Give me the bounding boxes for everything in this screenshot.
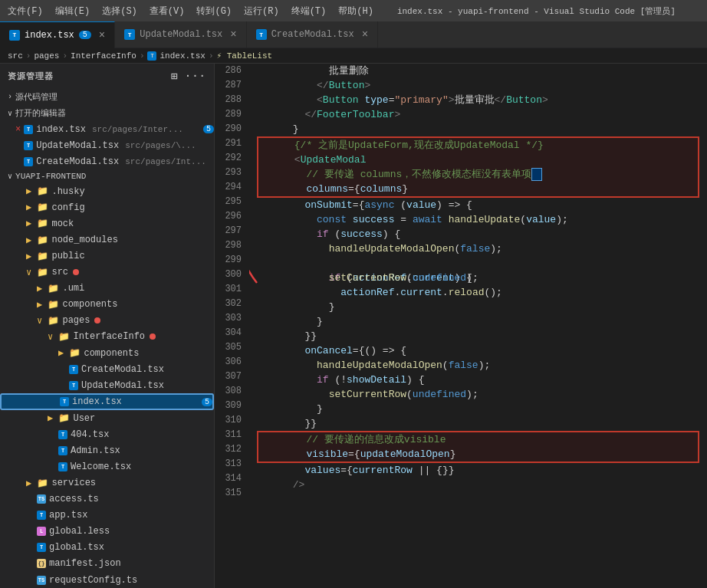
ts-icon-access: TS (37, 494, 46, 504)
tab-index[interactable]: T index.tsx 5 × (0, 21, 115, 48)
menu-select[interactable]: 选择(S) (102, 5, 137, 18)
highlight-region-1: {/* 之前是UpdateForm,现在改成UpdateModal */} <U… (257, 136, 699, 198)
tab-createmodal[interactable]: T CreateModal.tsx × (247, 21, 378, 48)
open-file-update-label: UpdateModal.tsx (36, 140, 119, 151)
breadcrumb-file[interactable]: index.tsx (159, 51, 205, 61)
menu-edit[interactable]: 编辑(E) (55, 5, 90, 18)
open-editors-section[interactable]: ∨ 打开的编辑器 (0, 105, 214, 121)
tab-updatemodal-label: UpdateModal.tsx (140, 29, 222, 40)
tree-mock[interactable]: ▶ 📁 mock (0, 215, 214, 232)
code-lines: 批量删除 </Button> <Button type="primary">批量… (249, 64, 707, 507)
sidebar-actions[interactable]: ⊞ ··· (171, 70, 206, 83)
tree-manifest-label: manifest.json (49, 558, 121, 569)
tree-global-less[interactable]: L global.less (0, 524, 214, 540)
open-file-index[interactable]: × T index.tsx src/pages/Inter... 5 (0, 121, 214, 137)
tree-umi[interactable]: ▶ 📁 .umi (0, 281, 214, 297)
tree-access[interactable]: TS access.ts (0, 491, 214, 508)
tree-requestconfig[interactable]: TS requestConfig.ts (0, 572, 214, 588)
tree-access-label: access.ts (49, 494, 99, 504)
tree-config-label: config (51, 202, 84, 213)
folder-icon-interface: ∨ 📁 (48, 331, 70, 343)
code-line-286: 批量删除 (257, 64, 707, 78)
tsx-icon-updatemodal: T (69, 381, 78, 390)
main-area: 资源管理器 ⊞ ··· › 源代码管理 ∨ 打开的编辑器 × T index.t… (0, 64, 707, 588)
breadcrumb-pages[interactable]: pages (34, 51, 59, 61)
tree-index[interactable]: T index.tsx 5 (0, 393, 214, 410)
menu-run[interactable]: 运行(R) (244, 5, 279, 18)
tree-updatemodal[interactable]: T UpdateModal.tsx (0, 377, 214, 393)
tree-interfaceinfo-label: InterfaceInfo (73, 331, 145, 342)
tab-updatemodal[interactable]: T UpdateModal.tsx × (115, 21, 246, 48)
tab-close-update[interactable]: × (230, 28, 236, 41)
breadcrumb-src[interactable]: src (8, 51, 23, 61)
tab-bar: T index.tsx 5 × T UpdateModal.tsx × T Cr… (0, 21, 707, 48)
project-section[interactable]: ∨ YUAPI-FRONTEND (0, 169, 214, 183)
breadcrumb-symbol[interactable]: ⚡ TableList (217, 51, 273, 61)
source-control-section[interactable]: › 源代码管理 (0, 89, 214, 105)
ln-307: 307 (215, 370, 242, 384)
line-numbers: 286 287 288 289 290 291 292 293 294 295 … (215, 64, 249, 507)
tree-config[interactable]: ▶ 📁 config (0, 199, 214, 215)
menu-terminal[interactable]: 终端(T) (291, 5, 327, 18)
menu-view[interactable]: 查看(V) (150, 5, 185, 18)
tree-admin[interactable]: T Admin.tsx (0, 442, 214, 458)
interface-dot-badge (150, 333, 156, 340)
open-editors-label: 打开的编辑器 (15, 107, 66, 119)
tree-components[interactable]: ▶ 📁 components (0, 297, 214, 313)
tree-welcome[interactable]: T Welcome.tsx (0, 458, 214, 475)
tsx-icon-open-update: T (24, 141, 33, 150)
code-line-290: } (257, 122, 707, 136)
code-editor[interactable]: 286 287 288 289 290 291 292 293 294 295 … (215, 64, 707, 588)
menu-help[interactable]: 帮助(H) (338, 5, 373, 18)
tsx-icon-create: T (256, 29, 267, 40)
folder-icon-components: ▶ 📁 (37, 299, 59, 310)
breadcrumb-file-icon: T (147, 51, 156, 61)
tree-requestconfig-label: requestConfig.ts (49, 575, 137, 586)
folder-icon-components-sub: ▶ 📁 (58, 347, 81, 359)
tree-node-modules[interactable]: ▶ 📁 node_modules (0, 232, 214, 248)
tree-global-tsx[interactable]: T global.tsx (0, 540, 214, 556)
open-file-updatemodal[interactable]: × T UpdateModal.tsx src/pages/\... (0, 137, 214, 153)
tab-close-index[interactable]: × (99, 29, 105, 41)
menu-goto[interactable]: 转到(G) (196, 5, 232, 18)
tree-index-num: 5 (202, 398, 212, 406)
breadcrumb: src › pages › InterfaceInfo › T index.ts… (0, 48, 707, 64)
title-bar: 文件(F) 编辑(E) 选择(S) 查看(V) 转到(G) 运行(R) 终端(T… (0, 0, 707, 21)
tab-index-label: index.tsx (25, 30, 74, 41)
tree-404[interactable]: T 404.tsx (0, 426, 214, 442)
tree-pages[interactable]: ∨ 📁 pages (0, 313, 214, 329)
breadcrumb-interfaceinfo[interactable]: InterfaceInfo (71, 51, 136, 61)
new-file-icon[interactable]: ⊞ (171, 70, 178, 83)
tree-interfaceinfo[interactable]: ∨ 📁 InterfaceInfo (0, 329, 214, 345)
breadcrumb-sep4: › (209, 51, 214, 61)
tree-mock-label: mock (51, 218, 74, 229)
close-icon-index[interactable]: × (15, 124, 21, 135)
ln-305: 305 (215, 340, 242, 355)
tab-close-create[interactable]: × (362, 28, 368, 41)
tree-src[interactable]: ∨ 📁 src (0, 264, 214, 281)
tree-services[interactable]: ▶ 📁 services (0, 475, 214, 491)
open-editors-arrow: ∨ (8, 109, 12, 118)
tsx-icon-createmodal: T (69, 365, 78, 374)
tree-pages-label: pages (62, 315, 90, 326)
code-line-297: if (success) { (257, 227, 707, 241)
ln-288: 288 (215, 93, 242, 107)
ln-291: 291 (215, 136, 242, 151)
tree-user[interactable]: ▶ 📁 User (0, 410, 214, 426)
more-options-icon[interactable]: ··· (185, 70, 206, 83)
open-file-createmodal[interactable]: × T CreateModal.tsx src/pages/Int... (0, 153, 214, 169)
breadcrumb-sep1: › (26, 51, 31, 61)
tree-public[interactable]: ▶ 📁 public (0, 248, 214, 264)
tree-manifest[interactable]: {} manifest.json (0, 556, 214, 572)
tsx-icon-admin: T (58, 446, 67, 455)
menu-bar[interactable]: 文件(F) 编辑(E) 选择(S) 查看(V) 转到(G) 运行(R) 终端(T… (8, 5, 373, 18)
tree-husky[interactable]: ▶ 📁 .husky (0, 183, 214, 199)
tsx-icon-404: T (58, 430, 67, 439)
ln-309: 309 (215, 399, 242, 413)
tree-global-tsx-label: global.tsx (49, 542, 104, 553)
tree-components-sub[interactable]: ▶ 📁 components (0, 345, 214, 361)
tsx-icon-welcome: T (58, 462, 67, 471)
tree-app[interactable]: T app.tsx (0, 508, 214, 524)
tree-createmodal[interactable]: T CreateModal.tsx (0, 361, 214, 377)
menu-file[interactable]: 文件(F) (8, 5, 43, 18)
